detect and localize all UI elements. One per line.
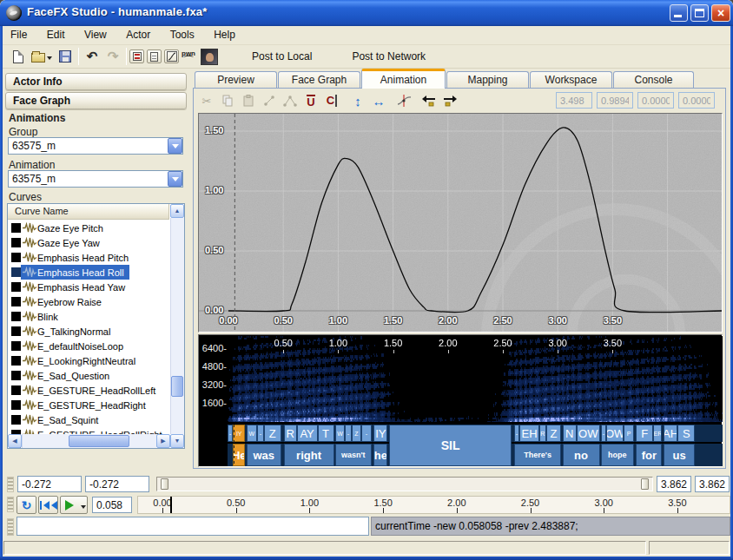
next-key-button[interactable] [441,92,459,109]
key-in-slope-field[interactable] [637,92,674,109]
word-cell[interactable]: he [373,444,387,466]
pwn-button[interactable]: pwn⌒ [179,47,198,66]
word-cell[interactable]: wasn't [335,444,372,466]
timeline-ruler[interactable]: 0.000.501.001.502.002.503.003.50 [137,496,730,514]
curve-row[interactable]: G_TalkingNormal [8,324,169,339]
menu-help[interactable]: Help [206,26,243,44]
phoneme-cell[interactable]: Z [352,425,361,442]
post-to-local-button[interactable]: Post to Local [243,49,320,64]
curve-row[interactable]: Eyebrow Raise [8,294,169,309]
group-dropdown-button[interactable] [168,138,182,154]
curve-row[interactable]: Gaze Eye Yaw [8,235,169,250]
delete-key-button[interactable] [281,92,299,109]
curve-color-swatch[interactable] [11,371,21,380]
menu-file[interactable]: File [3,26,35,44]
maximize-button[interactable] [690,4,709,22]
clamp-tangent-button[interactable]: C [323,92,340,109]
phoneme-cell[interactable]: Z [546,425,562,442]
curve-color-swatch[interactable] [11,267,21,277]
menu-view[interactable]: View [76,26,115,44]
phoneme-cell[interactable]: P [624,425,633,442]
phoneme-cell[interactable]: EH [519,425,539,442]
curve-row[interactable]: Gaze Eye Pitch [8,221,169,235]
animation-dropdown-button[interactable] [168,171,182,187]
curve-color-swatch[interactable] [11,297,21,306]
range-start-field-b[interactable] [85,476,149,492]
range-slider-left-handle[interactable] [161,478,168,490]
word-cell[interactable]: right [284,444,334,466]
tab-preview[interactable]: Preview [195,71,277,89]
range-slider-right-handle[interactable] [641,478,649,490]
transport-row-grip[interactable] [7,497,14,512]
word-cell[interactable]: He [233,444,245,466]
phoneme-cell[interactable]: IY [233,425,245,442]
user-photo-button[interactable] [198,47,221,66]
phoneme-cell[interactable]: OW [606,425,624,442]
phoneme-cell[interactable]: R [284,425,297,442]
fit-horizontal-button[interactable]: ↔ [370,92,387,109]
tab-workspace[interactable]: Workspace [530,71,612,89]
curve-name-column-header[interactable]: Curve Name [8,204,169,220]
phoneme-cell[interactable]: IY [373,425,387,442]
phoneme-cell[interactable]: - [257,425,264,442]
tab-animation[interactable]: Animation [361,69,446,89]
curve-row[interactable]: Emphasis Head Roll [8,265,169,280]
fit-vertical-button[interactable]: ↕ [349,92,366,109]
play-dropdown-icon[interactable] [81,505,86,511]
vertical-scrollbar-thumb[interactable] [171,376,183,397]
vertical-scrollbar-track[interactable] [170,218,184,434]
curve-row[interactable]: E_Sad_Squint [8,412,169,427]
phoneme-cell[interactable]: SIL [389,425,512,466]
phoneme-cell[interactable]: Z [264,425,281,442]
face-graph-header[interactable]: Face Graph [5,92,187,109]
group-combobox[interactable]: 63575_m [8,137,183,155]
phoneme-cell[interactable]: T [318,425,334,442]
undo-button[interactable]: ↶ [82,47,102,66]
range-slider-track[interactable] [156,477,653,491]
menu-edit[interactable]: Edit [39,26,73,44]
title-bar[interactable]: FaceFX Studio - humanmale.fxa* × [0,0,733,26]
curve-row[interactable]: Emphasis Head Pitch [8,250,169,265]
range-end-field-a[interactable] [657,476,691,492]
rows-time-cursor[interactable] [234,425,234,466]
phoneme-cell[interactable]: N [563,425,577,442]
phoneme-cell[interactable]: - [361,425,371,442]
word-cell[interactable]: was [247,444,281,466]
current-time-field[interactable] [92,497,132,513]
range-end-field-b[interactable] [695,476,730,492]
snap-to-curve-button[interactable] [396,92,413,109]
tab-mapping[interactable]: Mapping [446,71,529,89]
curve-row[interactable]: Emphasis Head Yaw [8,280,169,294]
phoneme-cell[interactable]: W [247,425,258,442]
cut-keys-button[interactable]: ✂ [198,92,215,109]
rewind-button[interactable] [38,496,58,514]
curve-color-swatch[interactable] [11,238,21,247]
curve-color-swatch[interactable] [11,312,21,321]
phoneme-cell[interactable]: R [539,425,546,442]
curve-color-swatch[interactable] [11,415,21,425]
key-out-slope-field[interactable] [678,92,715,109]
word-cell[interactable]: no [563,444,600,466]
copy-keys-button[interactable] [219,92,236,109]
timeline-cursor[interactable] [170,497,172,513]
phoneme-cell[interactable]: S [677,425,695,442]
actor-widget-button[interactable] [129,49,144,63]
curve-color-swatch[interactable] [11,341,21,351]
curve-color-swatch[interactable] [11,253,21,262]
curve-row[interactable]: E_GESTURE_HeadRight [8,398,169,412]
minimize-button[interactable] [670,4,688,22]
loop-button[interactable]: ↻ [17,496,36,514]
curve-color-swatch[interactable] [11,356,21,366]
horizontal-scrollbar-thumb[interactable] [69,435,129,447]
curve-row[interactable]: E_LookingRightNeutral [8,353,169,368]
menu-tools[interactable]: Tools [162,26,202,44]
curve-color-swatch[interactable] [11,385,21,395]
range-start-field-a[interactable] [17,476,82,492]
scroll-left-button[interactable]: ◀ [8,434,22,448]
curve-row[interactable]: E_GESTURE_HeadRollLeft [8,383,169,398]
scroll-right-button[interactable]: ▶ [156,434,170,448]
tab-console[interactable]: Console [613,71,694,89]
curve-graph[interactable]: 1.501.000.500.000.000.501.001.502.002.50… [198,113,723,333]
command-input[interactable] [17,517,369,536]
close-button[interactable]: × [711,4,730,22]
